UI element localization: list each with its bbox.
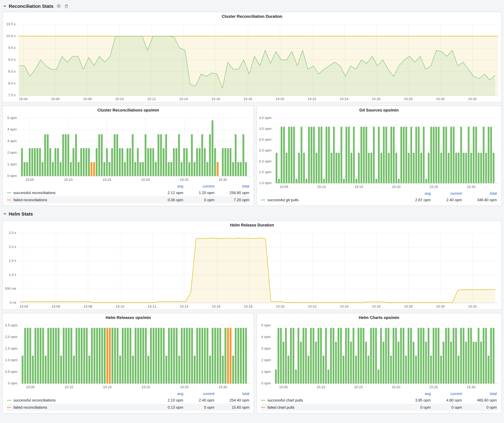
legend-col-total[interactable]: total bbox=[215, 391, 249, 396]
panel-title[interactable]: Cluster Reconciliation Duration bbox=[3, 12, 501, 21]
series-toggle[interactable]: failed reconciliations bbox=[7, 405, 152, 409]
chart-area bbox=[3, 114, 254, 183]
legend-row: failed reconciliations 0.06 opm 0 opm 7.… bbox=[7, 196, 251, 203]
panel-helm-releases-opm: Helm Releases ops/min avg current total … bbox=[2, 313, 254, 413]
series-swatch[interactable] bbox=[261, 200, 265, 200]
legend-col-avg[interactable]: avg bbox=[152, 391, 183, 396]
grafana-dashboard: Reconciliation Stats Cluster Reconciliat… bbox=[0, 0, 504, 423]
legend-col-current[interactable]: current bbox=[183, 391, 215, 396]
cluster-reconciliation-duration-chart[interactable] bbox=[3, 21, 501, 102]
trash-icon[interactable] bbox=[64, 4, 69, 8]
series-current: 2.40 opm bbox=[183, 398, 215, 402]
series-avg: 0.06 opm bbox=[152, 198, 183, 202]
series-swatch[interactable] bbox=[261, 407, 265, 408]
legend-col-avg[interactable]: avg bbox=[400, 191, 431, 195]
panel-helm-charts-opm: Helm Charts ops/min avg current total su… bbox=[257, 313, 502, 413]
git-sources-bar-chart[interactable] bbox=[257, 114, 501, 190]
legend-row: successful reconciliations 2.10 opm 2.40… bbox=[7, 397, 251, 404]
panel-helm-release-duration: Helm Release Duration bbox=[2, 221, 502, 310]
helm-release-duration-chart[interactable] bbox=[3, 229, 501, 310]
gear-icon[interactable] bbox=[57, 4, 61, 8]
section-toggle-helm-stats[interactable]: Helm Stats bbox=[3, 211, 33, 216]
legend-row: failed chart pulls 0 opm 0 opm 0 opm bbox=[261, 404, 498, 411]
series-swatch[interactable] bbox=[7, 192, 11, 193]
legend: avg current total successful reconciliat… bbox=[3, 390, 254, 413]
series-swatch[interactable] bbox=[7, 200, 11, 200]
series-swatch[interactable] bbox=[7, 400, 11, 400]
series-total: 256.80 opm bbox=[215, 190, 249, 195]
series-total: 15.60 opm bbox=[215, 405, 249, 409]
legend: avg current total successful git pulls 2… bbox=[257, 190, 501, 206]
section-title-text: Reconciliation Stats bbox=[9, 3, 54, 9]
helm-releases-bar-chart[interactable] bbox=[3, 322, 254, 390]
legend-col-current[interactable]: current bbox=[431, 391, 462, 396]
series-swatch[interactable] bbox=[7, 407, 11, 408]
series-total: 346.80 opm bbox=[462, 198, 497, 202]
panel-row-2: Helm Releases ops/min avg current total … bbox=[2, 313, 502, 413]
chart-area bbox=[3, 21, 501, 102]
legend-row: failed reconciliations 0.13 opm 0 opm 15… bbox=[7, 404, 251, 411]
legend-row: successful chart pulls 3.85 opm 4.80 opm… bbox=[261, 397, 498, 404]
legend-header: avg current total bbox=[261, 190, 498, 196]
series-total: 0 opm bbox=[462, 405, 497, 409]
legend-col-avg[interactable]: avg bbox=[400, 391, 431, 396]
legend: avg current total successful chart pulls… bbox=[257, 390, 501, 413]
series-total: 254.40 opm bbox=[215, 398, 249, 402]
series-avg: 2.12 opm bbox=[152, 190, 183, 195]
legend-row: successful reconciliations 2.12 opm 1.20… bbox=[7, 189, 251, 196]
panel-git-sources-opm: Git Sources ops/min avg current total su… bbox=[257, 106, 502, 206]
legend-header: avg current total bbox=[7, 391, 251, 397]
series-toggle[interactable]: successful git pulls bbox=[261, 198, 400, 202]
panel-title[interactable]: Helm Releases ops/min bbox=[3, 313, 254, 322]
cluster-reconciliations-bar-chart[interactable] bbox=[3, 114, 254, 183]
series-current: 2.40 opm bbox=[431, 198, 462, 202]
panel-title[interactable]: Helm Charts ops/min bbox=[257, 313, 501, 322]
series-current: 0 opm bbox=[183, 198, 215, 202]
legend-header: avg current total bbox=[7, 183, 251, 189]
chart-area bbox=[257, 322, 501, 390]
series-label: successful git pulls bbox=[267, 198, 299, 202]
series-label: failed reconciliations bbox=[13, 198, 47, 202]
legend-col-total[interactable]: total bbox=[215, 184, 249, 188]
series-avg: 3.85 opm bbox=[400, 398, 431, 402]
legend-col-total[interactable]: total bbox=[462, 191, 497, 195]
series-toggle[interactable]: failed chart pulls bbox=[261, 405, 400, 409]
series-label: successful reconciliations bbox=[13, 190, 56, 195]
series-total: 465.60 opm bbox=[462, 398, 497, 402]
legend-col-current[interactable]: current bbox=[183, 184, 215, 188]
chevron-down-icon bbox=[3, 211, 6, 216]
legend: avg current total successful reconciliat… bbox=[3, 183, 254, 206]
series-label: failed chart pulls bbox=[267, 405, 294, 409]
series-toggle[interactable]: successful reconciliations bbox=[7, 190, 152, 195]
panel-title[interactable]: Cluster Reconciliations ops/min bbox=[3, 106, 254, 114]
helm-charts-bar-chart[interactable] bbox=[257, 322, 501, 390]
chart-area bbox=[3, 322, 254, 390]
series-label: successful chart pulls bbox=[267, 398, 303, 402]
series-toggle[interactable]: successful chart pulls bbox=[261, 398, 400, 402]
series-current: 0 opm bbox=[431, 405, 462, 409]
chart-area bbox=[257, 114, 501, 190]
series-label: failed reconciliations bbox=[13, 405, 47, 409]
series-toggle[interactable]: failed reconciliations bbox=[7, 198, 152, 202]
series-swatch[interactable] bbox=[261, 400, 265, 400]
legend-col-current[interactable]: current bbox=[431, 191, 462, 195]
section-header-reconciliation-stats: Reconciliation Stats bbox=[2, 2, 502, 10]
panel-title[interactable]: Helm Release Duration bbox=[3, 221, 501, 229]
legend-col-avg[interactable]: avg bbox=[152, 184, 183, 188]
chevron-down-icon bbox=[3, 3, 6, 9]
series-avg: 2.10 opm bbox=[152, 398, 183, 402]
legend-col-total[interactable]: total bbox=[462, 391, 497, 396]
section-title-text: Helm Stats bbox=[9, 211, 33, 216]
chart-area bbox=[3, 229, 501, 310]
series-total: 7.20 opm bbox=[215, 198, 249, 202]
panel-title[interactable]: Git Sources ops/min bbox=[257, 106, 501, 114]
legend-row: successful git pulls 2.87 opm 2.40 opm 3… bbox=[261, 196, 498, 203]
legend-header: avg current total bbox=[261, 391, 498, 397]
series-toggle[interactable]: successful reconciliations bbox=[7, 398, 152, 402]
panel-cluster-reconciliations-opm: Cluster Reconciliations ops/min avg curr… bbox=[2, 106, 254, 206]
panel-row-1: Cluster Reconciliations ops/min avg curr… bbox=[2, 106, 502, 206]
series-avg: 2.87 opm bbox=[400, 198, 431, 202]
series-avg: 0 opm bbox=[400, 405, 431, 409]
section-toggle-reconciliation-stats[interactable]: Reconciliation Stats bbox=[3, 3, 54, 9]
series-current: 0 opm bbox=[183, 405, 215, 409]
